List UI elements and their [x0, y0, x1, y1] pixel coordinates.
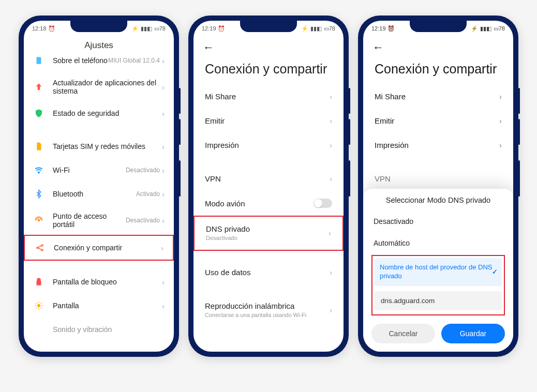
svg-point-5 — [41, 249, 43, 251]
lockscreen-row[interactable]: Pantalla de bloqueo › — [24, 270, 174, 294]
sim-row[interactable]: Tarjetas SIM y redes móviles › — [24, 134, 174, 158]
security-status-label: Estado de seguridad — [53, 109, 162, 117]
mi-share-row[interactable]: Mi Share › — [193, 84, 344, 109]
hotspot-icon — [33, 215, 44, 226]
status-time: 12:18 ⏰ — [32, 25, 55, 32]
vpn-label: VPN — [375, 174, 502, 183]
data-usage-row[interactable]: Uso de datos › — [193, 260, 344, 284]
dns-option-hostname-group: Nombre de host del provedor de DNS priva… — [371, 255, 505, 315]
bluetooth-row[interactable]: Bluetooth Activado › — [24, 182, 174, 206]
display-label: Pantalla — [53, 301, 162, 310]
data-usage-label: Uso de datos — [205, 268, 330, 277]
print-label: Impresión — [375, 141, 499, 149]
security-status-row[interactable]: Estado de seguridad › — [24, 101, 174, 125]
display-row[interactable]: Pantalla › — [24, 294, 174, 318]
battery-indicator: ▭78 — [324, 25, 335, 32]
power-button[interactable] — [349, 160, 350, 197]
private-dns-sheet[interactable]: Seleccionar Modo DNS privado Desactivado… — [363, 189, 513, 352]
update-arrow-icon — [33, 81, 44, 93]
chevron-right-icon: › — [162, 83, 165, 92]
screen-connection-share: 12:19⏰ ⚡▮▮◧▭78 ← Conexión y compartir Mi… — [193, 21, 344, 352]
system-updater-row[interactable]: Actualizador de aplicaciones del sistema… — [24, 72, 174, 101]
dns-hostname-input[interactable]: dns.adguard.com — [375, 291, 502, 310]
phone-2: 12:19⏰ ⚡▮▮◧▭78 ← Conexión y compartir Mi… — [188, 16, 349, 357]
sim-label: Tarjetas SIM y redes móviles — [53, 142, 162, 150]
back-arrow-icon[interactable]: ← — [372, 41, 384, 54]
vol-down-button[interactable] — [518, 119, 520, 145]
wifi-row[interactable]: Wi-Fi Desactivado › — [24, 158, 174, 182]
signal-icon: ▮▮◧ — [141, 25, 152, 32]
vol-down-button[interactable] — [179, 119, 181, 145]
alarm-icon: ⏰ — [387, 25, 395, 32]
chevron-right-icon: › — [330, 268, 332, 277]
chevron-right-icon: › — [330, 92, 332, 101]
chevron-right-icon: › — [329, 229, 331, 237]
cast-row: Emitir › — [363, 109, 513, 133]
share-icon — [34, 242, 46, 253]
cast-label: Emitir — [205, 116, 330, 125]
hotspot-row[interactable]: Punto de acceso portátil Desactivado › — [24, 206, 174, 235]
wireless-display-row[interactable]: Reproducción inalámbrica Conectarse a un… — [193, 294, 344, 326]
chevron-right-icon: › — [330, 174, 332, 183]
svg-point-6 — [37, 304, 40, 307]
about-phone-row[interactable]: Sobre el teléfono MIUI Global 12.0.4 › — [24, 49, 174, 72]
mi-share-label: Mi Share — [375, 92, 499, 101]
sun-icon — [33, 300, 44, 311]
sim-icon — [33, 141, 44, 152]
print-row: Impresión › — [363, 133, 513, 157]
private-dns-row[interactable]: DNS privado Desactivado › — [193, 216, 344, 250]
settings-list[interactable]: Sobre el teléfono MIUI Global 12.0.4 › A… — [24, 49, 174, 341]
print-row[interactable]: Impresión › — [193, 133, 344, 157]
back-arrow-icon[interactable]: ← — [203, 41, 214, 54]
power-button[interactable] — [179, 160, 181, 197]
chevron-right-icon: › — [330, 141, 332, 149]
vol-down-button[interactable] — [349, 119, 350, 145]
vol-up-button[interactable] — [179, 88, 181, 114]
sheet-buttons: Cancelar Guardar — [371, 324, 505, 343]
cancel-button[interactable]: Cancelar — [371, 324, 435, 343]
chevron-right-icon: › — [162, 278, 165, 287]
wireless-display-sub: Conectarse a una pantalla usando Wi-Fi — [205, 311, 330, 319]
toolbar: ← — [363, 36, 513, 59]
power-button[interactable] — [518, 160, 520, 197]
airplane-toggle[interactable] — [314, 199, 332, 208]
lock-icon — [33, 276, 44, 288]
connection-share-row[interactable]: Conexión y compartir › — [24, 235, 174, 261]
sound-icon — [33, 324, 44, 335]
conn-list[interactable]: Mi Share › Emitir › Impresión › VPN › Mo… — [193, 84, 344, 326]
dns-option-auto[interactable]: Automático — [371, 232, 505, 254]
chevron-right-icon: › — [162, 109, 165, 118]
chevron-right-icon: › — [162, 142, 165, 151]
save-button[interactable]: Guardar — [441, 324, 505, 343]
wifi-label: Wi-Fi — [53, 166, 126, 174]
private-dns-label: DNS privado — [206, 224, 329, 233]
cast-row[interactable]: Emitir › — [193, 109, 344, 133]
dns-option-hostname[interactable]: Nombre de host del provedor de DNS priva… — [375, 258, 502, 286]
chevron-right-icon: › — [330, 306, 332, 314]
page-title: Conexión y compartir — [363, 59, 513, 84]
clock-text: 12:19 — [371, 25, 386, 32]
sound-row[interactable]: Sonido y vibración — [24, 318, 174, 341]
vpn-row[interactable]: VPN › — [193, 167, 344, 191]
system-updater-label: Actualizador de aplicaciones del sistema — [53, 79, 162, 95]
wifi-icon — [33, 164, 44, 176]
connection-share-label: Conexión y compartir — [54, 244, 161, 252]
bluetooth-value: Activado — [136, 190, 160, 198]
vol-up-button[interactable] — [349, 88, 350, 114]
airplane-row[interactable]: Modo avión — [193, 191, 344, 216]
chevron-right-icon: › — [499, 92, 502, 101]
signal-icon: ▮▮◧ — [310, 25, 322, 32]
chevron-right-icon: › — [162, 190, 165, 199]
phone-1: 12:18 ⏰ ⚡ ▮▮◧ ▭78 Ajustes Sobre el teléf… — [19, 16, 179, 357]
mi-share-label: Mi Share — [205, 92, 330, 101]
sheet-title: Seleccionar Modo DNS privado — [371, 196, 505, 204]
vol-up-button[interactable] — [518, 88, 520, 114]
screen-settings: 12:18 ⏰ ⚡ ▮▮◧ ▭78 Ajustes Sobre el teléf… — [24, 21, 174, 352]
toolbar: ← — [193, 36, 344, 59]
chevron-right-icon: › — [162, 56, 165, 65]
display-notch — [410, 21, 467, 32]
status-right: ⚡ ▮▮◧ ▭78 — [131, 25, 166, 32]
chevron-right-icon: › — [499, 141, 502, 149]
dns-option-off[interactable]: Desactivado — [371, 210, 505, 232]
bluetooth-icon: ⚡ — [471, 25, 478, 32]
